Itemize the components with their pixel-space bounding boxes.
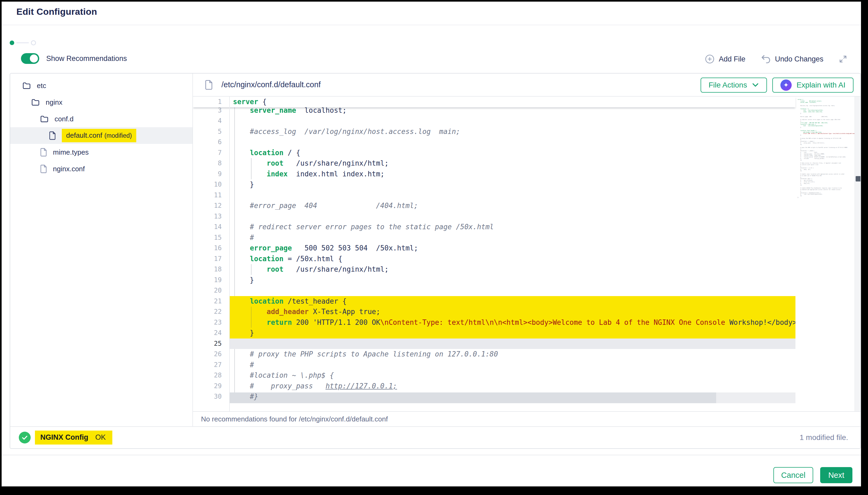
code-text: # <box>229 360 796 371</box>
undo-changes-button[interactable]: Undo Changes <box>760 54 823 64</box>
code-text: } <box>229 275 796 286</box>
code-line[interactable]: 14 # redirect server error pages to the … <box>193 222 796 233</box>
code-line[interactable]: 5 #access_log /var/log/nginx/host.access… <box>193 126 796 137</box>
tree-item-mime.types[interactable]: mime.types <box>10 144 192 160</box>
file-actions-label: File Actions <box>709 81 747 89</box>
code-text: } <box>229 328 796 339</box>
file-tree: etcnginxconf.ddefault.conf(modified)mime… <box>10 73 193 426</box>
code-text <box>229 211 796 222</box>
add-file-button[interactable]: Add File <box>705 54 746 64</box>
code-line[interactable]: 17 location = /50x.html { <box>193 254 796 264</box>
vertical-scrollbar[interactable] <box>855 97 861 411</box>
show-recommendations-toggle[interactable] <box>21 53 39 64</box>
tree-item-label: etc <box>37 82 46 90</box>
code-line[interactable]: 29 # proxy_pass http://127.0.0.1; <box>193 381 796 392</box>
code-line[interactable]: 26 # proxy the PHP scripts to Apache lis… <box>193 349 796 360</box>
file-icon <box>40 165 47 173</box>
code-text <box>229 190 796 201</box>
code-line[interactable]: 7 location / { <box>193 148 796 158</box>
code-text: # <box>229 233 796 243</box>
code-line[interactable]: 21 location /test_header { <box>193 296 796 307</box>
file-actions-button[interactable]: File Actions <box>701 78 767 92</box>
expand-button[interactable] <box>838 54 848 64</box>
code-line[interactable]: 8 root /usr/share/nginx/html; <box>193 158 796 169</box>
explain-ai-label: Explain with AI <box>797 81 846 89</box>
line-number: 12 <box>193 201 229 211</box>
code-line[interactable]: 15 # <box>193 233 796 243</box>
code-text: # proxy the PHP scripts to Apache listen… <box>229 349 796 360</box>
line-number: 16 <box>193 243 229 254</box>
stepper-connector <box>16 42 29 43</box>
code-line[interactable]: 25 <box>193 339 796 349</box>
modified-files-text: 1 modified file. <box>800 433 848 442</box>
tree-item-nginx[interactable]: nginx <box>10 94 192 110</box>
vertical-scrollbar-thumb[interactable] <box>856 176 861 182</box>
tree-item-nginx.conf[interactable]: nginx.conf <box>10 160 192 177</box>
explain-ai-button[interactable]: ✦ Explain with AI <box>772 78 853 92</box>
line-number: 8 <box>193 158 229 169</box>
code-line[interactable]: 9 index index.html index.htm; <box>193 169 796 180</box>
tree-item-default.conf[interactable]: default.conf(modified) <box>10 127 192 144</box>
header-buttons: File Actions ✦ Explain with AI <box>701 78 853 92</box>
file-icon <box>40 148 47 156</box>
code-text: index index.html index.htm; <box>229 169 796 180</box>
code-line[interactable]: 16 error_page 500 502 503 504 /50x.html; <box>193 243 796 254</box>
line-number: 10 <box>193 179 229 190</box>
sticky-line: 1server { <box>193 97 796 107</box>
sparkle-icon: ✦ <box>781 80 792 91</box>
code-line[interactable]: 23 return 200 'HTTP/1.1 200 OK\nContent-… <box>193 317 796 328</box>
minimap-line: # pass the PHP scripts to FastCGI server… <box>798 147 853 149</box>
indent-guide <box>251 158 251 179</box>
code-text: # proxy_pass http://127.0.0.1; <box>229 381 796 392</box>
tree-item-etc[interactable]: etc <box>10 77 192 94</box>
code-line[interactable]: 13 <box>193 211 796 222</box>
modified-suffix: (modified) <box>104 132 132 139</box>
code-text: location /test_header { <box>229 296 796 307</box>
code-line[interactable]: 12 #error_page 404 /404.html; <box>193 201 796 211</box>
code-line[interactable]: 19 } <box>193 275 796 286</box>
cancel-button[interactable]: Cancel <box>773 467 813 483</box>
code-text <box>229 339 796 349</box>
expand-icon <box>838 54 848 64</box>
code-line[interactable]: 20 <box>193 285 796 296</box>
editor: /etc/nginx/conf.d/default.conf File Acti… <box>193 73 861 426</box>
code-line[interactable]: 27 # <box>193 360 796 371</box>
code-line[interactable]: 30 #} <box>193 391 796 402</box>
line-number: 23 <box>193 317 229 328</box>
line-number: 19 <box>193 275 229 286</box>
code-line[interactable]: 18 root /usr/share/nginx/html; <box>193 264 796 275</box>
line-number: 27 <box>193 360 229 371</box>
bottom-actions: Cancel Next <box>773 467 852 483</box>
plus-circle-icon <box>705 54 715 64</box>
gutter-divider <box>229 97 230 411</box>
code-text <box>229 137 796 148</box>
code-editor[interactable]: 3 server_name localhost;45 #access_log /… <box>193 97 861 411</box>
line-number: 13 <box>193 211 229 222</box>
next-button[interactable]: Next <box>820 467 852 483</box>
stepper <box>10 40 36 46</box>
edit-configuration-dialog: Edit Configuration Show Recommendations … <box>2 2 866 488</box>
code-line[interactable]: 6 <box>193 137 796 148</box>
code-line[interactable]: 11 <box>193 190 796 201</box>
code-line[interactable]: 4 <box>193 116 796 126</box>
folder-icon <box>40 115 49 123</box>
show-recommendations-label: Show Recommendations <box>46 54 127 63</box>
folder-icon <box>31 98 40 106</box>
line-number: 29 <box>193 381 229 392</box>
tree-item-conf.d[interactable]: conf.d <box>10 110 192 127</box>
code-line[interactable]: 22 add_header X-Test-App true; <box>193 307 796 317</box>
tree-item-label: nginx <box>46 98 62 106</box>
code-line[interactable]: 10 } <box>193 179 796 190</box>
indent-guide <box>251 264 251 275</box>
minimap[interactable]: server { listen 80 default_server; serve… <box>796 99 853 199</box>
screenshot-border <box>861 0 868 495</box>
panel-body: etcnginxconf.ddefault.conf(modified)mime… <box>10 73 861 426</box>
tree-item-label: conf.d <box>54 115 73 123</box>
line-number: 26 <box>193 349 229 360</box>
minimap-line: } <box>798 197 853 199</box>
line-number: 14 <box>193 222 229 233</box>
code-line[interactable]: 24 } <box>193 328 796 339</box>
code-line[interactable]: 28 #location ~ \.php$ { <box>193 370 796 381</box>
code-lines: 3 server_name localhost;45 #access_log /… <box>193 105 796 402</box>
line-number: 5 <box>193 126 229 137</box>
